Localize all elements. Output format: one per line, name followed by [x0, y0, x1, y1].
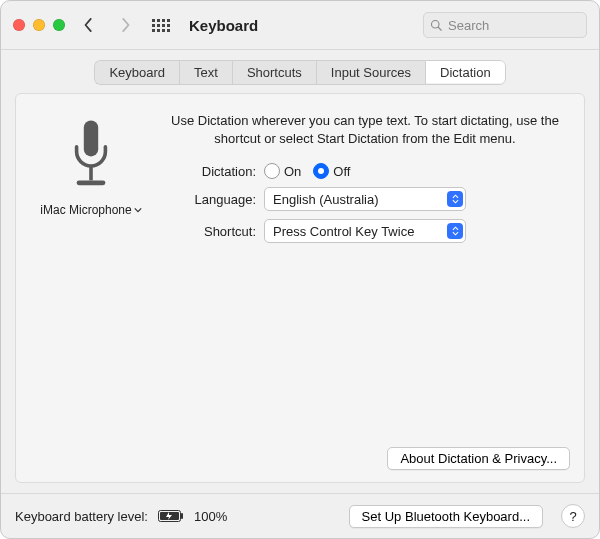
label-language: Language:: [166, 192, 256, 207]
window-title: Keyboard: [189, 17, 258, 34]
updown-arrows-icon: [447, 191, 463, 207]
row-language: Language: English (Australia): [166, 187, 564, 211]
radio-on-circle: [264, 163, 280, 179]
tabs-row: Keyboard Text Shortcuts Input Sources Di…: [15, 60, 585, 85]
dictation-form: Use Dictation wherever you can type text…: [166, 112, 564, 247]
footer: Keyboard battery level: 100% Set Up Blue…: [1, 493, 599, 538]
window-controls: [13, 19, 65, 31]
row-dictation-toggle: Dictation: On Off: [166, 163, 564, 179]
tab-text[interactable]: Text: [179, 60, 232, 85]
dictation-intro-text: Use Dictation wherever you can type text…: [166, 112, 564, 159]
svg-rect-6: [181, 513, 183, 519]
chevron-down-icon: [134, 206, 142, 214]
back-button[interactable]: [77, 13, 101, 37]
language-value: English (Australia): [273, 192, 379, 207]
setup-bluetooth-keyboard-button[interactable]: Set Up Bluetooth Keyboard...: [349, 505, 543, 528]
radio-off-circle: [313, 163, 329, 179]
forward-button[interactable]: [113, 13, 137, 37]
tab-shortcuts[interactable]: Shortcuts: [232, 60, 316, 85]
search-placeholder: Search: [448, 18, 489, 33]
row-shortcut: Shortcut: Press Control Key Twice: [166, 219, 564, 243]
about-dictation-privacy-button[interactable]: About Dictation & Privacy...: [387, 447, 570, 470]
battery-icon: [158, 510, 184, 522]
shortcut-popup[interactable]: Press Control Key Twice: [264, 219, 466, 243]
svg-line-1: [438, 27, 441, 30]
mic-source-column: iMac Microphone: [36, 118, 146, 247]
minimize-window-button[interactable]: [33, 19, 45, 31]
label-dictation: Dictation:: [166, 164, 256, 179]
preferences-window: Keyboard Search Keyboard Text Shortcuts …: [0, 0, 600, 539]
microphone-icon: [67, 118, 115, 195]
zoom-window-button[interactable]: [53, 19, 65, 31]
battery-percent: 100%: [194, 509, 227, 524]
mic-source-label: iMac Microphone: [40, 203, 131, 217]
dictation-radio-group: On Off: [264, 163, 350, 179]
content-area: Keyboard Text Shortcuts Input Sources Di…: [1, 50, 599, 493]
mic-source-dropdown[interactable]: iMac Microphone: [40, 203, 141, 217]
help-button[interactable]: ?: [561, 504, 585, 528]
battery-label: Keyboard battery level:: [15, 509, 148, 524]
tab-input-sources[interactable]: Input Sources: [316, 60, 425, 85]
tabbar: Keyboard Text Shortcuts Input Sources Di…: [94, 60, 505, 85]
radio-on[interactable]: On: [264, 163, 301, 179]
show-all-prefs-button[interactable]: [149, 13, 173, 37]
label-shortcut: Shortcut:: [166, 224, 256, 239]
tab-keyboard[interactable]: Keyboard: [94, 60, 179, 85]
updown-arrows-icon: [447, 223, 463, 239]
language-popup[interactable]: English (Australia): [264, 187, 466, 211]
close-window-button[interactable]: [13, 19, 25, 31]
shortcut-value: Press Control Key Twice: [273, 224, 414, 239]
dictation-panel: iMac Microphone Use Dictation wherever y…: [15, 93, 585, 483]
titlebar: Keyboard Search: [1, 1, 599, 50]
search-field[interactable]: Search: [423, 12, 587, 38]
svg-rect-2: [84, 120, 98, 156]
radio-off[interactable]: Off: [313, 163, 350, 179]
search-icon: [430, 19, 442, 31]
tab-dictation[interactable]: Dictation: [425, 60, 506, 85]
